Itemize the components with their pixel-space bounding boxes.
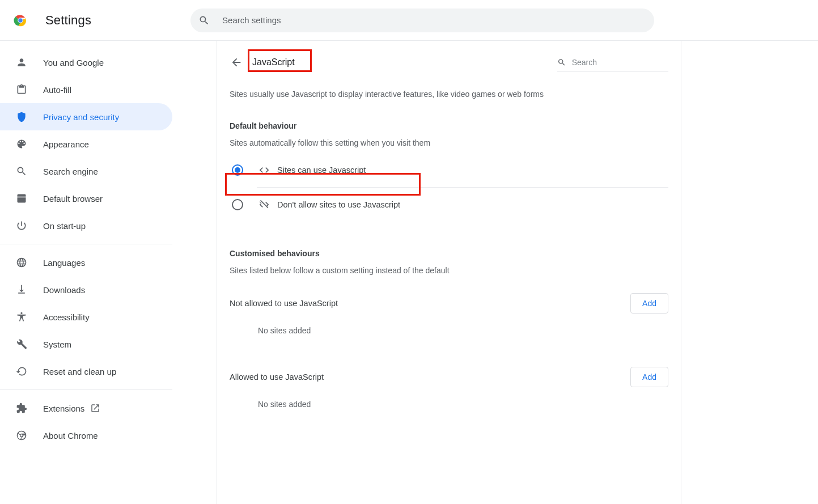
customised-behaviours-subtitle: Sites listed below follow a custom setti…	[230, 266, 668, 275]
add-not-allowed-button[interactable]: Add	[630, 293, 668, 314]
sidebar-item-label: Default browser	[43, 194, 103, 204]
download-icon	[15, 284, 28, 295]
sidebar-item-label: Reset and clean up	[43, 367, 116, 376]
sidebar-item-autofill[interactable]: Auto-fill	[0, 76, 172, 103]
radio-checked-icon	[232, 164, 243, 176]
code-off-icon	[258, 199, 270, 210]
sidebar-item-about-chrome[interactable]: About Chrome	[0, 422, 172, 449]
add-allowed-button[interactable]: Add	[630, 367, 668, 387]
back-button[interactable]	[230, 56, 243, 69]
sidebar-separator	[0, 244, 172, 244]
search-icon	[15, 166, 28, 177]
search-icon	[557, 57, 566, 67]
sidebar-item-privacy-and-security[interactable]: Privacy and security	[0, 103, 172, 130]
top-bar: Settings	[0, 0, 818, 41]
accessibility-icon	[15, 311, 28, 323]
sidebar-item-reset[interactable]: Reset and clean up	[0, 358, 172, 385]
sidebar-item-you-and-google[interactable]: You and Google	[0, 49, 172, 76]
inline-search[interactable]	[557, 53, 668, 71]
radio-label: Sites can use Javascript	[277, 166, 366, 175]
sidebar-item-downloads[interactable]: Downloads	[0, 276, 172, 303]
power-icon	[15, 220, 28, 231]
wrench-icon	[15, 338, 28, 350]
sidebar-item-system[interactable]: System	[0, 331, 172, 358]
palette-icon	[15, 138, 28, 150]
sidebar-item-label: Privacy and security	[43, 112, 119, 122]
extension-icon	[15, 403, 28, 414]
code-icon	[258, 164, 270, 176]
sidebar-item-extensions[interactable]: Extensions	[0, 395, 172, 422]
sidebar-item-on-startup[interactable]: On start-up	[0, 212, 172, 239]
not-allowed-empty: No sites added	[258, 326, 668, 335]
default-behaviour-title: Default behaviour	[230, 121, 668, 130]
not-allowed-label: Not allowed to use JavaScript	[230, 299, 338, 308]
sidebar-separator	[0, 389, 172, 390]
radio-sites-can-use-javascript[interactable]: Sites can use Javascript	[230, 153, 668, 187]
app-title: Settings	[45, 13, 91, 28]
sidebar-item-search-engine[interactable]: Search engine	[0, 158, 172, 185]
open-in-new-icon	[90, 403, 100, 413]
radio-unchecked-icon	[232, 199, 243, 210]
settings-search[interactable]	[190, 9, 654, 32]
sidebar-item-label: Languages	[43, 258, 85, 268]
arrow-back-icon	[230, 56, 243, 69]
sidebar-item-accessibility[interactable]: Accessibility	[0, 303, 172, 331]
sidebar-item-label: On start-up	[43, 221, 86, 231]
chrome-logo-icon	[12, 12, 28, 28]
page-description: Sites usually use Javascript to display …	[230, 90, 668, 99]
sidebar-item-label: You and Google	[43, 58, 104, 67]
sidebar-item-label: Accessibility	[43, 312, 90, 322]
sidebar-item-label: About Chrome	[43, 431, 98, 441]
default-behaviour-subtitle: Sites automatically follow this setting …	[230, 138, 668, 147]
chrome-outline-icon	[15, 430, 28, 441]
clipboard-icon	[15, 84, 28, 95]
sidebar: You and Google Auto-fill Privacy and sec…	[0, 41, 172, 504]
radio-dont-allow-javascript[interactable]: Don't allow sites to use Javascript	[230, 188, 668, 222]
person-icon	[15, 57, 28, 68]
globe-icon	[15, 257, 28, 268]
browser-icon	[15, 193, 28, 204]
search-icon	[198, 15, 210, 26]
settings-search-input[interactable]	[222, 15, 646, 25]
inline-search-input[interactable]	[572, 58, 668, 67]
content-pane: JavaScript Sites usually use Javascript …	[217, 41, 681, 504]
sidebar-item-label: Downloads	[43, 285, 85, 295]
customised-behaviours-title: Customised behaviours	[230, 249, 668, 258]
allowed-empty: No sites added	[258, 400, 668, 409]
sidebar-item-label: Auto-fill	[43, 85, 71, 95]
restore-icon	[15, 366, 28, 377]
sidebar-item-languages[interactable]: Languages	[0, 249, 172, 276]
sidebar-item-appearance[interactable]: Appearance	[0, 130, 172, 158]
sidebar-item-label: Search engine	[43, 167, 98, 176]
allowed-label: Allowed to use JavaScript	[230, 372, 324, 382]
sidebar-item-label: System	[43, 340, 71, 349]
sidebar-item-label: Extensions	[43, 404, 84, 413]
sidebar-item-label: Appearance	[43, 139, 89, 149]
shield-icon	[15, 111, 28, 122]
radio-label: Don't allow sites to use Javascript	[277, 200, 400, 209]
sidebar-item-default-browser[interactable]: Default browser	[0, 185, 172, 212]
page-title: JavaScript	[248, 55, 299, 70]
